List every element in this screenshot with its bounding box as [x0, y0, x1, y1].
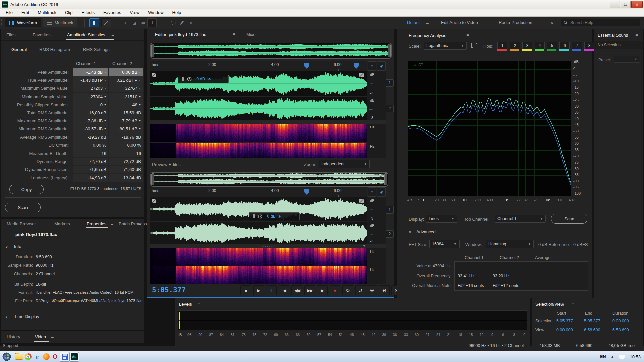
- stats-value[interactable]: -18,76 dB: [109, 133, 143, 141]
- stats-value[interactable]: -31510▼: [109, 93, 143, 101]
- multitrack-view-button[interactable]: Multitrack: [43, 18, 78, 27]
- menu-clip[interactable]: Clip: [61, 9, 77, 16]
- menu-favorites[interactable]: Favorites: [99, 9, 125, 16]
- taskbar-firefox-icon[interactable]: [42, 352, 51, 361]
- channel-2-button[interactable]: 2: [386, 230, 394, 238]
- paintbrush-tool-icon[interactable]: [177, 19, 186, 27]
- stats-value[interactable]: 72,72 dB: [109, 158, 143, 165]
- stats-value[interactable]: -7,79 dB▼: [109, 117, 143, 125]
- tab-overflow-icon[interactable]: »: [139, 221, 142, 226]
- selection-duration[interactable]: 0:00.000: [612, 319, 629, 323]
- lasso-selection-tool-icon[interactable]: [169, 19, 177, 27]
- display-dropdown[interactable]: Lines▼: [426, 215, 457, 223]
- pin-icon[interactable]: ▼: [104, 120, 106, 122]
- tab-history[interactable]: History: [7, 334, 20, 339]
- pin-icon[interactable]: ▼: [139, 71, 141, 73]
- workspace-default[interactable]: Default: [407, 20, 421, 25]
- time-selection-tool-icon[interactable]: I: [147, 18, 157, 27]
- pin-icon[interactable]: ▼: [139, 128, 141, 130]
- hold-button-4[interactable]: 4: [535, 42, 545, 51]
- stats-value[interactable]: 48▼: [109, 101, 143, 109]
- menu-edit[interactable]: Edit: [17, 9, 33, 16]
- preview-waveform-channel-2[interactable]: [150, 222, 367, 244]
- panel-menu-icon[interactable]: ≡: [197, 301, 200, 307]
- stats-value[interactable]: -1,43 dBTP▼: [73, 76, 108, 84]
- preview-spectrogram-channel-1[interactable]: [150, 248, 367, 266]
- menu-file[interactable]: File: [1, 9, 17, 16]
- stats-value[interactable]: 16: [73, 149, 108, 157]
- channel-1-button[interactable]: 1: [386, 206, 394, 214]
- close-button[interactable]: ×: [631, 1, 643, 8]
- stats-value[interactable]: 0,00 %: [109, 141, 143, 149]
- pin-icon[interactable]: ▼: [104, 87, 106, 89]
- tab-files[interactable]: Files: [6, 32, 15, 37]
- tab-media-browser[interactable]: Media Browser: [7, 221, 36, 226]
- taskbar-opera-icon[interactable]: O: [51, 352, 60, 361]
- taskbar-explorer-icon[interactable]: [14, 352, 23, 361]
- menu-multitrack[interactable]: Multitrack: [33, 9, 61, 16]
- pin-icon[interactable]: ▼: [139, 96, 141, 98]
- pin-icon[interactable]: ▼: [139, 87, 141, 89]
- stats-value[interactable]: 71,60 dB: [109, 166, 143, 173]
- pin-icon[interactable]: ▼: [139, 104, 141, 106]
- minimize-button[interactable]: —: [610, 1, 620, 8]
- taskbar-save-icon[interactable]: [60, 352, 69, 362]
- record-button[interactable]: ●: [330, 285, 340, 295]
- stats-value[interactable]: -15,59 dB: [109, 109, 143, 117]
- razor-tool-icon[interactable]: ◢: [130, 19, 139, 27]
- tab-amplitude-statistics[interactable]: Amplitude Statistics: [67, 32, 105, 37]
- waveform-channel-2[interactable]: [150, 97, 367, 120]
- selection-end[interactable]: 5:05.377: [584, 319, 600, 323]
- panel-menu-icon[interactable]: ≡: [233, 32, 235, 37]
- spot-healing-brush-tool-icon[interactable]: ◈: [186, 19, 195, 27]
- copy-graph-icon[interactable]: [471, 43, 477, 48]
- skip-to-end-button[interactable]: ▶|: [317, 285, 328, 295]
- chevron-down-icon[interactable]: ∨: [409, 230, 411, 234]
- pin-icon[interactable]: ▼: [104, 71, 106, 73]
- pin-icon[interactable]: ▼: [139, 79, 141, 81]
- preview-overview[interactable]: [151, 173, 386, 185]
- copy-button[interactable]: Copy: [9, 185, 44, 194]
- stats-value[interactable]: 72,70 dB: [73, 158, 108, 165]
- stats-value[interactable]: -80,57 dB▼: [73, 125, 108, 133]
- fft-size-dropdown[interactable]: 16384▼: [429, 240, 460, 248]
- view-duration[interactable]: 6:58.690: [612, 328, 629, 333]
- menu-help[interactable]: Help: [168, 9, 186, 16]
- workspace-radio-production[interactable]: Radio Production: [499, 20, 532, 25]
- zoom-out-dim-icon[interactable]: ⊖: [378, 175, 383, 181]
- hold-button-2[interactable]: 2: [510, 42, 520, 51]
- zoom-mode-dropdown[interactable]: Independent▼: [319, 160, 370, 168]
- panel-menu-icon[interactable]: ≡: [635, 33, 638, 38]
- hold-button-1[interactable]: 1: [497, 42, 507, 51]
- stats-value[interactable]: 32767▼: [109, 84, 143, 92]
- preview-spectrogram-channel-2[interactable]: [150, 266, 367, 284]
- tab-markers[interactable]: Markers: [54, 221, 70, 226]
- collapse-icon[interactable]: ▼: [363, 244, 366, 248]
- top-channel-dropdown[interactable]: Channel 1▼: [495, 215, 546, 223]
- scale-dropdown[interactable]: Logarithmic▼: [424, 42, 467, 50]
- view-end[interactable]: 6:58.690: [584, 328, 600, 333]
- stats-value[interactable]: -16,00 dB: [73, 109, 108, 117]
- hold-button-5[interactable]: 5: [547, 42, 557, 51]
- pause-button[interactable]: Ⅱ: [266, 285, 277, 295]
- advanced-section-label[interactable]: Advanced: [416, 229, 436, 234]
- wave-spectral-divider[interactable]: ·········▼: [150, 244, 386, 248]
- taskbar-chrome-icon[interactable]: [23, 352, 33, 361]
- chevron-down-icon[interactable]: ∨: [5, 245, 8, 249]
- stats-value[interactable]: 0,00 dB▼: [109, 68, 143, 76]
- toggle-icon[interactable]: [152, 199, 156, 203]
- stats-value[interactable]: -7,86 dB▼: [73, 117, 108, 125]
- panel-menu-icon[interactable]: ≡: [466, 33, 469, 38]
- workspace-edit-audio-to-video[interactable]: Edit Audio to Video: [441, 20, 478, 25]
- tab-video[interactable]: Video: [35, 334, 46, 339]
- waveform-overview-box[interactable]: [150, 43, 392, 59]
- loop-playback-button[interactable]: ↻: [342, 285, 353, 295]
- start-button[interactable]: [2, 352, 11, 361]
- wave-spectral-divider[interactable]: ·········: [150, 120, 386, 124]
- stats-value[interactable]: 0▼: [73, 101, 108, 109]
- spectrogram-channel-2[interactable]: [150, 143, 367, 158]
- rewind-button[interactable]: ◀◀: [291, 285, 302, 295]
- tab-mixer[interactable]: Mixer: [246, 32, 257, 37]
- panel-menu-icon[interactable]: ≡: [111, 32, 114, 37]
- skip-selection-button[interactable]: ⇄: [355, 285, 366, 295]
